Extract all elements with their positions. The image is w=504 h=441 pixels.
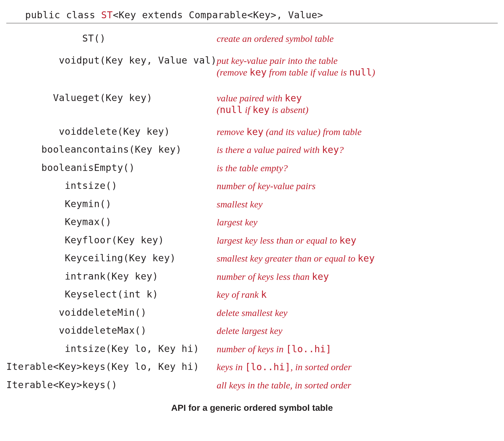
return-type: Value — [6, 85, 82, 123]
table-caption: API for a generic ordered symbol table — [6, 403, 498, 413]
method-description: keys in [lo..hi], in sorted order — [217, 358, 498, 376]
inline-code: key — [250, 67, 267, 78]
method-description: key of rank k — [217, 286, 498, 304]
return-type — [6, 28, 82, 48]
api-row: voiddeleteMax()delete largest key — [6, 322, 498, 340]
method-signature: isEmpty() — [82, 159, 217, 177]
api-row: Keyselect(int k)key of rank k — [6, 286, 498, 304]
method-signature: keys() — [82, 376, 217, 394]
return-type: Key — [6, 213, 82, 231]
api-row: Iterable<Key>keys(Key lo, Key hi)keys in… — [6, 358, 498, 376]
inline-code: k — [261, 289, 267, 300]
method-signature: max() — [82, 213, 217, 231]
api-row: intsize(Key lo, Key hi)number of keys in… — [6, 340, 498, 358]
api-row: intsize()number of key-value pairs — [6, 177, 498, 195]
return-type: int — [6, 268, 82, 286]
method-signature: min() — [82, 195, 217, 213]
method-description: number of keys less than key — [217, 268, 498, 286]
method-description: value paired with key(null if key is abs… — [217, 85, 498, 123]
return-type: boolean — [6, 159, 82, 177]
return-type: int — [6, 177, 82, 195]
inline-code: key — [252, 104, 269, 115]
api-row: voidput(Key key, Value val)put key-value… — [6, 48, 498, 85]
return-type: Iterable<Key> — [6, 376, 82, 394]
return-type: int — [6, 340, 82, 358]
method-signature: deleteMax() — [82, 322, 217, 340]
method-description: is there a value paired with key? — [217, 141, 498, 159]
inline-code: key — [358, 253, 375, 264]
return-type: Key — [6, 231, 82, 250]
api-table-document: public class ST<Key extends Comparable<K… — [0, 0, 504, 426]
api-row: voiddelete(Key key)remove key (and its v… — [6, 123, 498, 141]
method-description: remove key (and its value) from table — [217, 123, 498, 141]
api-row: Keyceiling(Key key)smallest key greater … — [6, 249, 498, 268]
method-signature: ceiling(Key key) — [82, 249, 217, 268]
api-row: ST()create an ordered symbol table — [6, 28, 498, 48]
method-description: delete smallest key — [217, 304, 498, 322]
api-row: Keymax()largest key — [6, 213, 498, 231]
method-signature: delete(Key key) — [82, 123, 217, 141]
return-type: boolean — [6, 141, 82, 159]
api-row: booleancontains(Key key)is there a value… — [6, 141, 498, 159]
method-description: smallest key — [217, 195, 498, 213]
method-description: is the table empty? — [217, 159, 498, 177]
method-signature: contains(Key key) — [82, 141, 217, 159]
method-description: largest key — [217, 213, 498, 231]
return-type: Key — [6, 195, 82, 213]
method-signature: size() — [82, 177, 217, 195]
method-signature: select(int k) — [82, 286, 217, 304]
api-table: ST()create an ordered symbol tablevoidpu… — [6, 28, 498, 394]
method-description: create an ordered symbol table — [217, 28, 498, 48]
inline-code: key — [339, 235, 356, 246]
inline-code: null — [349, 67, 372, 78]
method-signature: get(Key key) — [82, 85, 217, 123]
return-type: void — [6, 123, 82, 141]
inline-code: key — [322, 144, 339, 155]
method-description: largest key less than or equal to key — [217, 231, 498, 250]
api-row: Valueget(Key key)value paired with key(n… — [6, 85, 498, 123]
inline-code: [lo..hi] — [286, 343, 331, 354]
method-description: put key-value pair into the table(remove… — [217, 48, 498, 85]
method-description: all keys in the table, in sorted order — [217, 376, 498, 394]
method-signature: deleteMin() — [82, 304, 217, 322]
method-signature: ST() — [82, 28, 217, 48]
method-description: number of key-value pairs — [217, 177, 498, 195]
method-description: number of keys in [lo..hi] — [217, 340, 498, 358]
api-row: Iterable<Key>keys()all keys in the table… — [6, 376, 498, 394]
inline-code: key — [312, 271, 329, 282]
return-type: Key — [6, 249, 82, 268]
inline-code: [lo..hi] — [245, 361, 291, 372]
api-row: voiddeleteMin()delete smallest key — [6, 304, 498, 322]
return-type: void — [6, 304, 82, 322]
class-generics: <Key extends Comparable<Key>, Value> — [113, 9, 323, 20]
method-description: smallest key greater than or equal to ke… — [217, 249, 498, 268]
class-name: ST — [101, 9, 113, 20]
method-description: delete largest key — [217, 322, 498, 340]
class-prefix: public class — [25, 9, 101, 20]
method-signature: size(Key lo, Key hi) — [82, 340, 217, 358]
method-signature: floor(Key key) — [82, 231, 217, 250]
inline-code: null — [220, 104, 242, 115]
api-row: intrank(Key key)number of keys less than… — [6, 268, 498, 286]
method-signature: keys(Key lo, Key hi) — [82, 358, 217, 376]
method-signature: put(Key key, Value val) — [82, 48, 217, 85]
return-type: Key — [6, 286, 82, 304]
method-signature: rank(Key key) — [82, 268, 217, 286]
inline-code: key — [246, 126, 263, 137]
return-type: void — [6, 48, 82, 85]
api-row: Keymin()smallest key — [6, 195, 498, 213]
inline-code: key — [285, 93, 302, 104]
api-row: Keyfloor(Key key)largest key less than o… — [6, 231, 498, 250]
class-declaration: public class ST<Key extends Comparable<K… — [6, 9, 498, 23]
api-row: booleanisEmpty()is the table empty? — [6, 159, 498, 177]
return-type: Iterable<Key> — [6, 358, 82, 376]
return-type: void — [6, 322, 82, 340]
